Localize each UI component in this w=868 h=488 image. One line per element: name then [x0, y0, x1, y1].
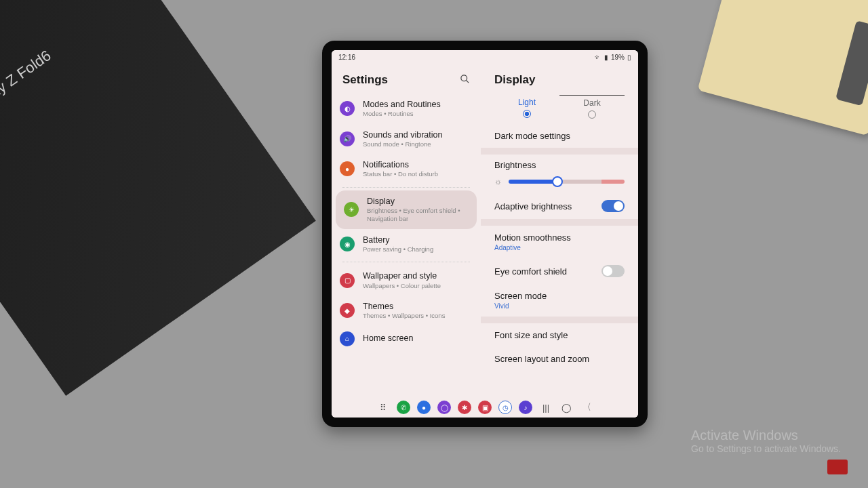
settings-item-icon: 🔊 [340, 131, 355, 146]
battery-icon: ▯ [627, 54, 631, 61]
brightness-slider[interactable] [509, 180, 625, 184]
music-app-icon[interactable]: ♪ [519, 401, 532, 414]
display-header: Display [484, 64, 635, 94]
clock-app-icon[interactable]: ◷ [498, 401, 512, 414]
settings-header: Settings [332, 64, 481, 94]
motion-smoothness-value: Adaptive [494, 244, 521, 251]
home-nav-button[interactable]: ◯ [559, 401, 573, 414]
display-settings-pane: Display Light Dark Dark mode settings [481, 64, 638, 397]
settings-item-text: BatteryPower saving • Charging [363, 235, 473, 254]
screen-mode-value: Vivid [494, 302, 509, 310]
settings-item-icon: ● [340, 161, 355, 176]
corner-app-icon [827, 460, 848, 474]
theme-light-option[interactable]: Light [494, 95, 559, 121]
watermark-line2: Go to Settings to activate Windows. [691, 443, 841, 454]
settings-item-title: Battery [363, 235, 473, 245]
svg-point-0 [461, 75, 467, 81]
settings-item-subtitle: Sound mode • Ringtone [363, 140, 473, 148]
status-bar: 12:16 ᯤ ▮ 19% ▯ [332, 50, 638, 64]
divider [342, 187, 470, 188]
brightness-slider-thumb[interactable] [552, 176, 563, 187]
settings-item-icon: ◐ [340, 101, 355, 116]
screen-mode-label: Screen mode [494, 291, 547, 301]
settings-item-text: Modes and RoutinesModes • Routines [363, 99, 473, 119]
battery-percent: 19% [611, 54, 625, 61]
recents-nav-button[interactable]: ||| [539, 401, 553, 414]
theme-dark-option[interactable]: Dark [559, 95, 625, 121]
settings-item-title: Home screen [363, 333, 473, 344]
adaptive-brightness-row[interactable]: Adaptive brightness [484, 193, 635, 219]
motion-smoothness-label: Motion smoothness [494, 232, 571, 243]
eye-comfort-label: Eye comfort shield [494, 266, 567, 277]
section-divider [481, 317, 638, 323]
eye-comfort-toggle[interactable] [601, 265, 625, 277]
dark-mode-settings-label: Dark mode settings [494, 131, 570, 141]
settings-item-subtitle: Modes • Routines [363, 110, 473, 118]
app-icon-2[interactable]: ▣ [478, 401, 492, 414]
settings-item-subtitle: Wallpapers • Colour palette [363, 282, 473, 290]
settings-item-icon: ▢ [340, 273, 355, 288]
settings-item-icon: ☀ [344, 202, 359, 217]
dark-mode-settings-row[interactable]: Dark mode settings [484, 124, 635, 148]
divider [342, 262, 470, 262]
settings-item-title: Modes and Routines [363, 99, 473, 110]
section-divider [481, 219, 638, 226]
adaptive-brightness-toggle[interactable] [601, 200, 625, 212]
settings-item-title: Themes [363, 301, 473, 312]
settings-item-text: Home screen [363, 333, 473, 344]
settings-item-title: Display [367, 196, 469, 207]
messages-app-icon[interactable]: ● [417, 401, 431, 414]
settings-item-sounds-and-vibration[interactable]: 🔊Sounds and vibrationSound mode • Ringto… [332, 124, 481, 155]
theme-dark-label: Dark [583, 98, 600, 108]
app-icon-1[interactable]: ✱ [458, 401, 471, 414]
screen-layout-row[interactable]: Screen layout and zoom [484, 347, 635, 364]
eye-comfort-row[interactable]: Eye comfort shield [484, 258, 635, 284]
screen-layout-label: Screen layout and zoom [494, 354, 589, 364]
settings-item-text: Sounds and vibrationSound mode • Rington… [363, 129, 473, 149]
font-size-row[interactable]: Font size and style [484, 323, 635, 347]
signal-icon: ▮ [604, 54, 608, 61]
settings-item-wallpaper-and-style[interactable]: ▢Wallpaper and styleWallpapers • Colour … [332, 265, 481, 296]
settings-item-text: NotificationsStatus bar • Do not disturb [363, 159, 473, 179]
settings-item-text: DisplayBrightness • Eye comfort shield •… [367, 196, 469, 224]
windows-watermark: Activate Windows Go to Settings to activ… [691, 428, 841, 454]
settings-item-subtitle: Power saving • Charging [363, 245, 473, 253]
settings-item-icon: ◉ [340, 237, 355, 251]
theme-selector: Light Dark [484, 94, 635, 124]
phone-app-icon[interactable]: ✆ [397, 401, 410, 414]
background-wooden-block [698, 0, 868, 136]
brightness-label: Brightness [494, 160, 625, 170]
wifi-icon: ᯤ [595, 54, 601, 61]
settings-item-text: Wallpaper and styleWallpapers • Colour p… [363, 270, 473, 290]
settings-item-display[interactable]: ☀DisplayBrightness • Eye comfort shield … [336, 190, 477, 229]
settings-item-title: Sounds and vibration [363, 129, 473, 140]
background-box: Galaxy Z Fold6 [0, 0, 316, 396]
browser-app-icon[interactable]: ◯ [437, 401, 451, 414]
settings-item-notifications[interactable]: ●NotificationsStatus bar • Do not distur… [332, 154, 481, 184]
settings-item-subtitle: Themes • Wallpapers • Icons [363, 312, 473, 320]
settings-item-themes[interactable]: ◆ThemesThemes • Wallpapers • Icons [332, 296, 481, 326]
brightness-sun-icon: ☼ [494, 177, 502, 186]
back-nav-button[interactable]: 〈 [580, 401, 593, 414]
settings-item-subtitle: Brightness • Eye comfort shield • Naviga… [367, 207, 469, 224]
search-icon[interactable] [460, 74, 470, 86]
taskbar: ⠿ ✆ ● ◯ ✱ ▣ ◷ ♪ ||| ◯ 〈 [332, 397, 638, 418]
brightness-section: Brightness ☼ [484, 155, 635, 193]
apps-grid-icon[interactable]: ⠿ [376, 401, 390, 414]
settings-item-title: Wallpaper and style [363, 270, 473, 281]
box-product-name: Galaxy Z Fold6 [0, 47, 54, 119]
settings-item-home-screen[interactable]: ⌂Home screen [332, 326, 481, 352]
settings-item-icon: ⌂ [340, 331, 355, 346]
settings-item-modes-and-routines[interactable]: ◐Modes and RoutinesModes • Routines [332, 94, 481, 124]
font-size-label: Font size and style [494, 330, 568, 340]
settings-title: Settings [342, 73, 388, 87]
screen-mode-row[interactable]: Screen mode Vivid [484, 284, 635, 317]
watermark-line1: Activate Windows [691, 428, 841, 443]
settings-item-battery[interactable]: ◉BatteryPower saving • Charging [332, 229, 481, 260]
display-title: Display [494, 73, 535, 87]
adaptive-brightness-label: Adaptive brightness [494, 201, 572, 211]
motion-smoothness-row[interactable]: Motion smoothness Adaptive [484, 226, 635, 258]
device-frame: 12:16 ᯤ ▮ 19% ▯ Settings ◐Modes and Rout… [322, 41, 648, 427]
settings-item-text: ThemesThemes • Wallpapers • Icons [363, 301, 473, 321]
settings-item-icon: ◆ [340, 303, 355, 318]
